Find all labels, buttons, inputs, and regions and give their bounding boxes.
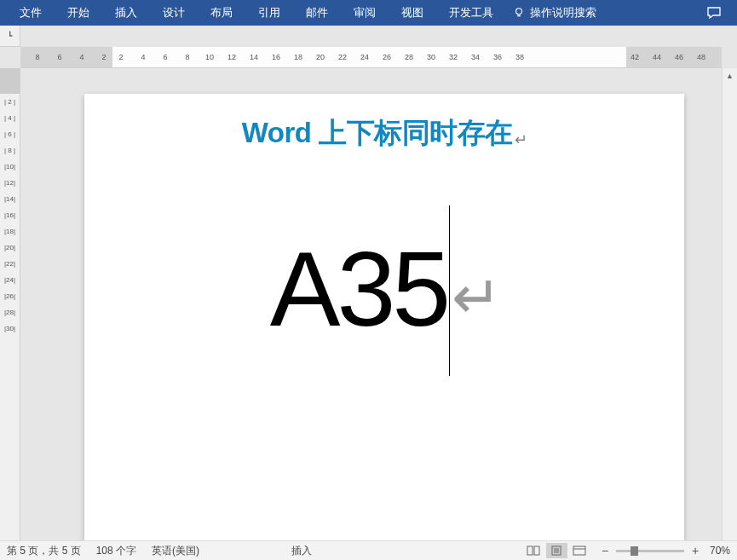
scroll-up-button[interactable]: ▲	[723, 68, 737, 84]
comments-button[interactable]	[698, 0, 730, 26]
menu-home[interactable]: 开始	[55, 0, 102, 26]
ruler-tick: 48	[696, 53, 706, 61]
word-count[interactable]: 108 个字	[96, 544, 136, 558]
read-mode-button[interactable]	[523, 543, 544, 558]
ruler-tick: 32	[448, 53, 458, 61]
zoom-slider: − +	[599, 544, 701, 557]
lightbulb-icon	[513, 7, 525, 19]
zoom-in-button[interactable]: +	[689, 544, 701, 557]
v-ruler-margin	[0, 68, 20, 94]
ruler-tick: 22	[337, 53, 348, 61]
view-mode-buttons	[523, 543, 590, 558]
menu-design[interactable]: 设计	[150, 0, 198, 26]
ruler-tick: |18|	[0, 223, 20, 240]
ruler-tick: 10	[204, 53, 215, 61]
zoom-slider-thumb[interactable]	[630, 546, 638, 556]
ruler-tick: |22|	[0, 256, 20, 272]
ruler-corner[interactable]: ┗	[0, 26, 20, 47]
body-text-content: A35	[270, 230, 448, 348]
ruler-tick: 6	[55, 53, 65, 61]
status-bar: 第 5 页，共 5 页 108 个字 英语(美国) 插入 − + 70%	[0, 540, 737, 560]
zoom-percent[interactable]: 70%	[710, 545, 730, 557]
ruler-tick: 8	[182, 53, 193, 61]
horizontal-ruler[interactable]: 8 6 4 2 2 4 6 8 10 12 14 16 18 20 22 24 …	[20, 47, 722, 68]
paragraph-mark-icon: ↵	[515, 131, 527, 148]
ruler-corner-glyph: ┗	[8, 32, 12, 40]
ruler-tick: 38	[515, 53, 525, 61]
ruler-tick: |28|	[0, 304, 20, 320]
svg-rect-2	[534, 546, 539, 555]
menu-layout[interactable]: 布局	[198, 0, 245, 26]
document-title[interactable]: Word 上下标同时存在↵	[118, 114, 650, 153]
ruler-tick: 46	[674, 53, 684, 61]
h-ruler-content: 2 4 6 8 10 12 14 16 18 20 22 24 26 28 30…	[112, 47, 626, 67]
menu-review[interactable]: 审阅	[341, 0, 389, 26]
svg-rect-1	[527, 546, 533, 555]
read-mode-icon	[527, 546, 540, 556]
ruler-tick: 16	[271, 53, 281, 61]
ruler-tick: |16|	[0, 207, 20, 223]
ruler-tick: 42	[630, 53, 640, 61]
ribbon-menu-bar: 文件 开始 插入 设计 布局 引用 邮件 审阅 视图 开发工具 操作说明搜索	[0, 0, 737, 26]
zoom-slider-track[interactable]	[616, 550, 684, 552]
ruler-tick: 4	[138, 53, 148, 61]
document-page[interactable]: Word 上下标同时存在↵ A35↵	[84, 94, 684, 540]
ruler-tick: 28	[404, 53, 414, 61]
svg-rect-7	[573, 546, 585, 555]
ruler-tick: 30	[426, 53, 436, 61]
menu-references[interactable]: 引用	[245, 0, 293, 26]
ruler-tick: | 6 |	[0, 126, 20, 142]
zoom-out-button[interactable]: −	[599, 544, 611, 557]
ruler-tick: 6	[160, 53, 170, 61]
ruler-tick: 4	[77, 53, 87, 61]
status-right-group: − + 70%	[523, 543, 730, 558]
ruler-tick: |26|	[0, 288, 20, 304]
input-mode[interactable]: 插入	[291, 544, 312, 558]
ruler-tick: 12	[227, 53, 237, 61]
web-layout-icon	[573, 546, 586, 556]
ruler-tick: 8	[32, 53, 43, 61]
ruler-tick: 20	[315, 53, 325, 61]
ruler-tick: |24|	[0, 272, 20, 288]
h-ruler-right-margin: 42 44 46 48	[626, 47, 722, 67]
language-indicator[interactable]: 英语(美国)	[152, 544, 199, 558]
print-layout-icon	[550, 546, 563, 556]
h-ruler-track: 8 6 4 2 2 4 6 8 10 12 14 16 18 20 22 24 …	[20, 47, 722, 67]
svg-point-0	[516, 9, 522, 14]
comment-icon	[706, 6, 722, 20]
print-layout-button[interactable]	[546, 543, 567, 558]
menu-mailings[interactable]: 邮件	[293, 0, 341, 26]
ruler-tick: 18	[293, 53, 303, 61]
ruler-tick: 2	[116, 53, 126, 61]
menu-insert[interactable]: 插入	[102, 0, 150, 26]
vertical-scrollbar[interactable]: ▲	[722, 68, 737, 540]
help-search-label: 操作说明搜索	[530, 5, 596, 20]
ruler-tick: |20|	[0, 240, 20, 256]
ruler-tick: 44	[652, 53, 662, 61]
ruler-tick: |10|	[0, 159, 20, 175]
ruler-tick: | 2 |	[0, 94, 20, 110]
text-cursor	[449, 205, 450, 376]
paragraph-mark-icon: ↵	[452, 264, 498, 331]
ruler-tick: 2	[99, 53, 109, 61]
document-area: Word 上下标同时存在↵ A35↵	[20, 68, 722, 540]
editor-container: ┗ 8 6 4 2 2 4 6 8 10 12 14 16 18 20	[0, 26, 737, 540]
title-text-content: Word 上下标同时存在	[242, 117, 513, 148]
web-layout-button[interactable]	[569, 543, 590, 558]
menu-file[interactable]: 文件	[7, 0, 55, 26]
help-search[interactable]: 操作说明搜索	[513, 5, 596, 20]
ruler-tick: 34	[470, 53, 481, 61]
ruler-tick: 14	[249, 53, 259, 61]
ruler-tick: 26	[382, 53, 392, 61]
ruler-tick: |30|	[0, 320, 20, 337]
ruler-tick: 24	[360, 53, 370, 61]
document-body-line[interactable]: A35↵	[118, 212, 650, 383]
ruler-tick: 36	[492, 53, 503, 61]
ruler-tick: |14|	[0, 191, 20, 207]
ruler-tick: | 8 |	[0, 142, 20, 159]
menu-developer[interactable]: 开发工具	[436, 0, 506, 26]
menu-view[interactable]: 视图	[389, 0, 436, 26]
page-indicator[interactable]: 第 5 页，共 5 页	[7, 544, 81, 558]
vertical-ruler[interactable]: | 2 | | 4 | | 6 | | 8 | |10| |12| |14| |…	[0, 68, 20, 540]
ruler-tick: |12|	[0, 175, 20, 191]
